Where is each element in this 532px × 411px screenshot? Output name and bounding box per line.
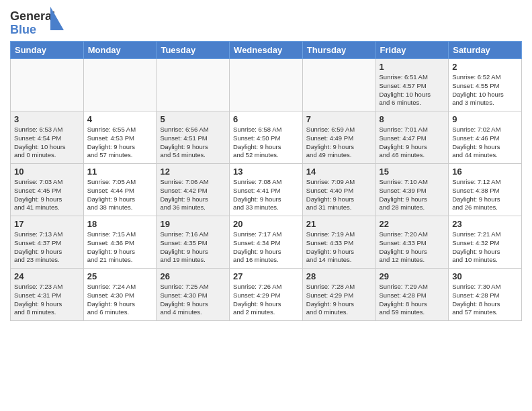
- day-cell: 10Sunrise: 7:03 AM Sunset: 4:45 PM Dayli…: [11, 164, 84, 216]
- day-cell: 15Sunrise: 7:10 AM Sunset: 4:39 PM Dayli…: [375, 164, 449, 216]
- day-cell: 29Sunrise: 7:29 AM Sunset: 4:28 PM Dayli…: [375, 269, 449, 321]
- day-cell: 28Sunrise: 7:28 AM Sunset: 4:29 PM Dayli…: [302, 269, 375, 321]
- day-cell: 6Sunrise: 6:58 AM Sunset: 4:50 PM Daylig…: [230, 111, 303, 164]
- day-cell: 18Sunrise: 7:15 AM Sunset: 4:36 PM Dayli…: [83, 216, 157, 269]
- day-info: Sunrise: 7:12 AM Sunset: 4:38 PM Dayligh…: [452, 178, 518, 212]
- day-info: Sunrise: 7:17 AM Sunset: 4:34 PM Dayligh…: [233, 230, 299, 265]
- day-info: Sunrise: 7:21 AM Sunset: 4:32 PM Dayligh…: [452, 230, 518, 265]
- day-cell: 20Sunrise: 7:17 AM Sunset: 4:34 PM Dayli…: [230, 216, 303, 269]
- day-info: Sunrise: 6:55 AM Sunset: 4:53 PM Dayligh…: [87, 126, 153, 160]
- day-info: Sunrise: 7:16 AM Sunset: 4:35 PM Dayligh…: [160, 230, 226, 265]
- day-number: 16: [452, 167, 518, 177]
- day-info: Sunrise: 7:19 AM Sunset: 4:33 PM Dayligh…: [306, 230, 372, 265]
- day-info: Sunrise: 7:23 AM Sunset: 4:31 PM Dayligh…: [14, 283, 80, 317]
- day-cell: 11Sunrise: 7:05 AM Sunset: 4:44 PM Dayli…: [83, 164, 157, 216]
- day-info: Sunrise: 7:08 AM Sunset: 4:41 PM Dayligh…: [233, 178, 299, 212]
- day-number: 25: [87, 271, 153, 281]
- day-cell: [83, 59, 157, 111]
- day-number: 28: [306, 271, 372, 281]
- col-header-friday: Friday: [375, 42, 449, 59]
- col-header-thursday: Thursday: [302, 42, 375, 59]
- day-number: 24: [14, 271, 80, 281]
- day-cell: 16Sunrise: 7:12 AM Sunset: 4:38 PM Dayli…: [449, 164, 522, 216]
- day-number: 13: [233, 167, 299, 177]
- day-cell: [230, 59, 303, 111]
- day-number: 29: [380, 271, 445, 281]
- day-cell: 2Sunrise: 6:52 AM Sunset: 4:55 PM Daylig…: [449, 59, 522, 111]
- day-info: Sunrise: 7:20 AM Sunset: 4:33 PM Dayligh…: [380, 230, 445, 265]
- day-number: 8: [380, 114, 445, 124]
- day-cell: 5Sunrise: 6:56 AM Sunset: 4:51 PM Daylig…: [157, 111, 230, 164]
- col-header-saturday: Saturday: [449, 42, 522, 59]
- day-info: Sunrise: 7:26 AM Sunset: 4:29 PM Dayligh…: [233, 283, 299, 317]
- logo: GeneralBlue: [10, 7, 64, 37]
- col-header-wednesday: Wednesday: [230, 42, 303, 59]
- day-cell: [11, 59, 84, 111]
- header-row: SundayMondayTuesdayWednesdayThursdayFrid…: [11, 42, 522, 59]
- day-number: 21: [306, 219, 372, 229]
- logo-svg: GeneralBlue: [10, 7, 64, 37]
- day-info: Sunrise: 7:24 AM Sunset: 4:30 PM Dayligh…: [87, 283, 153, 317]
- day-number: 23: [452, 219, 518, 229]
- week-row-1: 1Sunrise: 6:51 AM Sunset: 4:57 PM Daylig…: [11, 59, 522, 111]
- day-number: 27: [233, 271, 299, 281]
- day-cell: 1Sunrise: 6:51 AM Sunset: 4:57 PM Daylig…: [375, 59, 449, 111]
- day-number: 26: [160, 271, 226, 281]
- day-info: Sunrise: 7:02 AM Sunset: 4:46 PM Dayligh…: [452, 126, 518, 160]
- day-cell: 12Sunrise: 7:06 AM Sunset: 4:42 PM Dayli…: [157, 164, 230, 216]
- day-info: Sunrise: 6:51 AM Sunset: 4:57 PM Dayligh…: [380, 73, 445, 107]
- day-info: Sunrise: 7:13 AM Sunset: 4:37 PM Dayligh…: [14, 230, 80, 265]
- week-row-3: 10Sunrise: 7:03 AM Sunset: 4:45 PM Dayli…: [11, 164, 522, 216]
- day-number: 17: [14, 219, 80, 229]
- svg-marker-2: [50, 7, 64, 30]
- day-info: Sunrise: 7:05 AM Sunset: 4:44 PM Dayligh…: [87, 178, 153, 212]
- day-cell: 22Sunrise: 7:20 AM Sunset: 4:33 PM Dayli…: [375, 216, 449, 269]
- col-header-tuesday: Tuesday: [157, 42, 230, 59]
- calendar-table: SundayMondayTuesdayWednesdayThursdayFrid…: [10, 41, 522, 321]
- col-header-sunday: Sunday: [11, 42, 84, 59]
- day-cell: [302, 59, 375, 111]
- day-cell: 24Sunrise: 7:23 AM Sunset: 4:31 PM Dayli…: [11, 269, 84, 321]
- day-cell: 14Sunrise: 7:09 AM Sunset: 4:40 PM Dayli…: [302, 164, 375, 216]
- day-number: 19: [160, 219, 226, 229]
- day-info: Sunrise: 7:10 AM Sunset: 4:39 PM Dayligh…: [380, 178, 445, 212]
- day-info: Sunrise: 7:06 AM Sunset: 4:42 PM Dayligh…: [160, 178, 226, 212]
- day-number: 15: [380, 167, 445, 177]
- day-info: Sunrise: 7:25 AM Sunset: 4:30 PM Dayligh…: [160, 283, 226, 317]
- day-cell: 4Sunrise: 6:55 AM Sunset: 4:53 PM Daylig…: [83, 111, 157, 164]
- week-row-2: 3Sunrise: 6:53 AM Sunset: 4:54 PM Daylig…: [11, 111, 522, 164]
- day-number: 11: [87, 167, 153, 177]
- day-info: Sunrise: 7:03 AM Sunset: 4:45 PM Dayligh…: [14, 178, 80, 212]
- day-number: 1: [380, 62, 445, 72]
- day-number: 5: [160, 114, 226, 124]
- day-cell: 17Sunrise: 7:13 AM Sunset: 4:37 PM Dayli…: [11, 216, 84, 269]
- day-info: Sunrise: 6:59 AM Sunset: 4:49 PM Dayligh…: [306, 126, 372, 160]
- svg-text:General: General: [10, 9, 55, 23]
- day-info: Sunrise: 7:15 AM Sunset: 4:36 PM Dayligh…: [87, 230, 153, 265]
- day-number: 18: [87, 219, 153, 229]
- day-cell: 27Sunrise: 7:26 AM Sunset: 4:29 PM Dayli…: [230, 269, 303, 321]
- week-row-5: 24Sunrise: 7:23 AM Sunset: 4:31 PM Dayli…: [11, 269, 522, 321]
- day-info: Sunrise: 7:30 AM Sunset: 4:28 PM Dayligh…: [452, 283, 518, 317]
- day-cell: 9Sunrise: 7:02 AM Sunset: 4:46 PM Daylig…: [449, 111, 522, 164]
- day-cell: 13Sunrise: 7:08 AM Sunset: 4:41 PM Dayli…: [230, 164, 303, 216]
- header: GeneralBlue: [10, 7, 522, 37]
- day-info: Sunrise: 7:29 AM Sunset: 4:28 PM Dayligh…: [380, 283, 445, 317]
- day-info: Sunrise: 6:58 AM Sunset: 4:50 PM Dayligh…: [233, 126, 299, 160]
- svg-text:Blue: Blue: [10, 23, 36, 36]
- day-cell: 8Sunrise: 7:01 AM Sunset: 4:47 PM Daylig…: [375, 111, 449, 164]
- day-cell: 30Sunrise: 7:30 AM Sunset: 4:28 PM Dayli…: [449, 269, 522, 321]
- day-number: 14: [306, 167, 372, 177]
- day-info: Sunrise: 6:52 AM Sunset: 4:55 PM Dayligh…: [452, 73, 518, 107]
- day-number: 30: [452, 271, 518, 281]
- day-cell: 25Sunrise: 7:24 AM Sunset: 4:30 PM Dayli…: [83, 269, 157, 321]
- day-cell: [157, 59, 230, 111]
- day-number: 22: [380, 219, 445, 229]
- day-info: Sunrise: 7:28 AM Sunset: 4:29 PM Dayligh…: [306, 283, 372, 317]
- day-number: 10: [14, 167, 80, 177]
- calendar-container: GeneralBlue SundayMondayTuesdayWednesday…: [0, 0, 532, 324]
- day-cell: 7Sunrise: 6:59 AM Sunset: 4:49 PM Daylig…: [302, 111, 375, 164]
- day-info: Sunrise: 6:56 AM Sunset: 4:51 PM Dayligh…: [160, 126, 226, 160]
- day-number: 3: [14, 114, 80, 124]
- day-cell: 26Sunrise: 7:25 AM Sunset: 4:30 PM Dayli…: [157, 269, 230, 321]
